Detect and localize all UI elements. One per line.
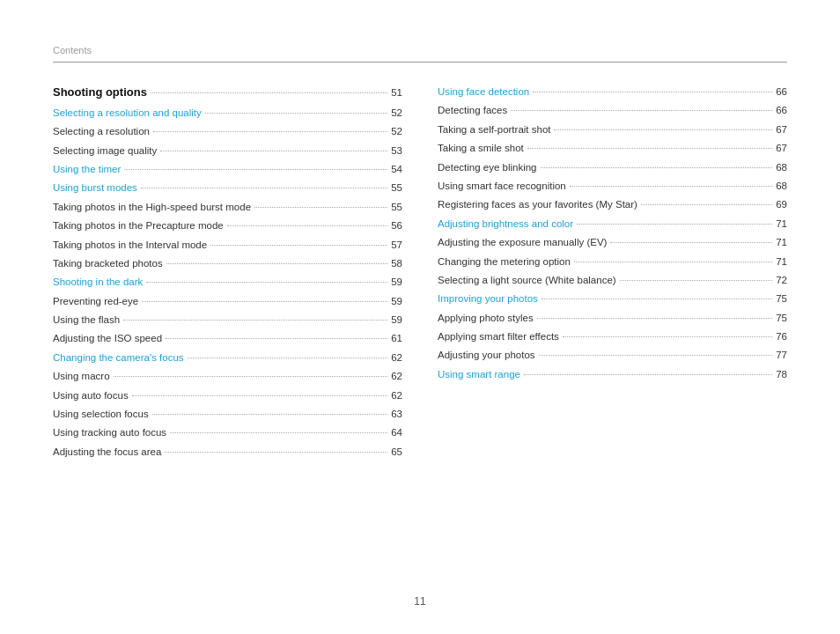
toc-page: 62 <box>391 387 402 403</box>
toc-dots <box>166 263 388 264</box>
toc-entry: Taking bracketed photos58 <box>53 255 402 271</box>
toc-entry: Changing the metering option71 <box>438 254 787 269</box>
toc-entry: Using tracking auto focus64 <box>53 424 402 440</box>
toc-dots <box>227 225 388 226</box>
toc-page: 51 <box>391 85 402 100</box>
page-number: 11 <box>414 595 425 608</box>
toc-page: 61 <box>391 330 402 346</box>
toc-label: Adjusting the exposure manually (EV) <box>438 234 607 250</box>
toc-dots <box>170 432 387 433</box>
toc-dots <box>610 242 772 243</box>
toc-entry: Selecting image quality53 <box>53 143 402 158</box>
toc-label: Taking photos in the Precapture mode <box>53 217 224 233</box>
toc-label: Applying photo styles <box>438 310 534 326</box>
toc-page: 54 <box>391 161 402 177</box>
toc-dots <box>210 245 387 246</box>
page-header: Contents <box>53 44 787 63</box>
toc-page: 55 <box>391 180 402 195</box>
toc-page: 63 <box>391 406 402 422</box>
toc-label: Taking photos in the Interval mode <box>53 237 207 253</box>
toc-entry: Detecting eye blinking68 <box>438 159 787 175</box>
toc-page: 71 <box>776 216 787 232</box>
toc-page: 68 <box>776 159 787 175</box>
toc-label: Shooting options <box>53 84 147 102</box>
toc-page: 56 <box>391 217 402 233</box>
toc-page: 62 <box>391 368 402 384</box>
toc-label: Using burst modes <box>53 180 137 195</box>
toc-dots <box>166 338 387 339</box>
toc-page: 65 <box>391 444 402 460</box>
toc-entry: Preventing red-eye59 <box>53 293 402 309</box>
toc-label: Preventing red-eye <box>53 293 138 309</box>
toc-dots <box>132 395 388 396</box>
toc-label: Using the flash <box>53 312 120 328</box>
toc-dots <box>542 299 772 299</box>
toc-label: Taking a self-portrait shot <box>438 122 550 137</box>
toc-entry: Taking photos in the Precapture mode56 <box>53 217 402 233</box>
toc-entry: Adjusting the focus area65 <box>53 444 402 460</box>
toc-entry: Registering faces as your favorites (My … <box>438 196 787 212</box>
toc-dots <box>511 110 772 111</box>
toc-page: 59 <box>391 293 402 309</box>
toc-label: Taking a smile shot <box>438 140 524 156</box>
toc-entry: Taking a self-portrait shot67 <box>438 122 787 137</box>
toc-page: 66 <box>776 84 787 100</box>
toc-dots <box>524 374 772 375</box>
toc-label: Detecting faces <box>438 102 507 118</box>
toc-label: Using tracking auto focus <box>53 424 166 440</box>
toc-label: Using selection focus <box>53 406 149 422</box>
toc-dots <box>570 186 772 187</box>
toc-label: Registering faces as your favorites (My … <box>438 196 637 212</box>
toc-dots <box>254 207 387 208</box>
page-footer: 11 <box>0 595 840 608</box>
toc-label: Taking photos in the High-speed burst mo… <box>53 199 251 215</box>
toc-label: Adjusting the ISO speed <box>53 330 162 346</box>
toc-page: 57 <box>391 237 402 253</box>
toc-entry: Using face detection66 <box>438 84 787 100</box>
toc-dots <box>141 188 387 188</box>
toc-entry: Using the timer54 <box>53 161 402 177</box>
toc-page: 77 <box>776 347 787 363</box>
toc-entry: Using macro62 <box>53 368 402 384</box>
toc-page: 67 <box>776 122 787 137</box>
toc-page: 75 <box>776 291 787 306</box>
toc-label: Using face detection <box>438 84 529 100</box>
toc-entry: Taking photos in the High-speed burst mo… <box>53 199 402 215</box>
toc-dots <box>160 151 387 151</box>
toc-entry: Improving your photos75 <box>438 291 787 306</box>
toc-entry: Shooting in the dark59 <box>53 274 402 290</box>
toc-page: 59 <box>391 312 402 328</box>
toc-entry: Detecting faces66 <box>438 102 787 118</box>
toc-dots <box>124 169 387 170</box>
toc-label: Changing the camera's focus <box>53 350 184 365</box>
toc-label: Changing the metering option <box>438 254 571 269</box>
toc-label: Adjusting your photos <box>438 347 535 363</box>
toc-dots <box>641 204 772 205</box>
toc-entry: Adjusting brightness and color71 <box>438 216 787 232</box>
toc-label: Using macro <box>53 368 110 384</box>
toc-label: Applying smart filter effects <box>438 328 559 344</box>
toc-label: Using smart range <box>438 366 520 382</box>
toc-entry: Changing the camera's focus62 <box>53 350 402 365</box>
toc-dots <box>142 301 387 302</box>
toc-entry: Using smart range78 <box>438 366 787 382</box>
toc-page: 78 <box>776 366 787 382</box>
toc-label: Adjusting brightness and color <box>438 216 573 232</box>
toc-entry: Using the flash59 <box>53 312 402 328</box>
toc-page: 52 <box>391 123 402 139</box>
toc-dots <box>574 262 772 262</box>
toc-entry: Using smart face recognition68 <box>438 178 787 194</box>
toc-dots <box>152 414 388 415</box>
toc-page: 55 <box>391 199 402 215</box>
toc-dots <box>146 282 387 283</box>
toc-label: Taking bracketed photos <box>53 255 163 271</box>
toc-label: Selecting image quality <box>53 143 157 158</box>
toc-dots <box>577 224 772 225</box>
toc-dots <box>620 280 773 281</box>
toc-label: Using the timer <box>53 161 121 177</box>
toc-page: 71 <box>776 254 787 269</box>
toc-entry: Applying smart filter effects76 <box>438 328 787 344</box>
toc-page: 58 <box>391 255 402 271</box>
toc-label: Selecting a resolution and quality <box>53 105 202 121</box>
toc-label: Using smart face recognition <box>438 178 566 194</box>
